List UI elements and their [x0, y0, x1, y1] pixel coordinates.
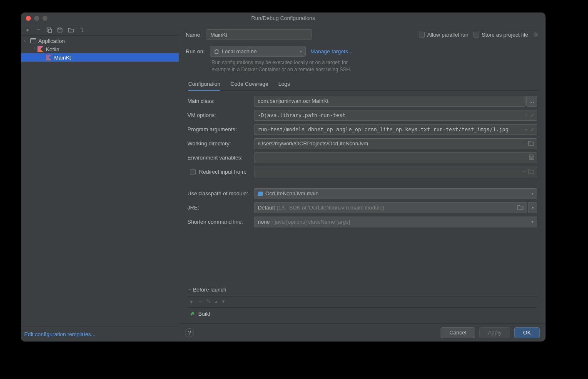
- browse-class-button[interactable]: …: [526, 96, 537, 107]
- add-icon[interactable]: ＋: [189, 298, 194, 306]
- insert-macro-icon: +: [523, 169, 526, 175]
- shorten-dropdown[interactable]: none - java [options] className [args] ▾: [254, 217, 537, 227]
- insert-macro-icon[interactable]: +: [523, 140, 526, 147]
- home-icon: [214, 48, 219, 54]
- remove-icon[interactable]: −: [199, 298, 202, 306]
- browse-folder-icon[interactable]: [528, 140, 534, 147]
- name-input[interactable]: [207, 29, 311, 40]
- run-on-value: Local machine: [222, 48, 257, 55]
- sidebar-footer: Edit configuration templates...: [21, 327, 179, 342]
- kotlin-icon: [37, 46, 44, 52]
- ok-button[interactable]: OK: [514, 327, 540, 338]
- svg-point-2: [535, 34, 537, 35]
- dialog-window: Run/Debug Configurations ＋ − ⇅ ›: [21, 12, 546, 342]
- run-on-dropdown[interactable]: Local machine ▾: [210, 46, 306, 57]
- gear-icon[interactable]: [533, 32, 539, 37]
- browse-folder-icon[interactable]: [517, 204, 523, 211]
- shorten-label: Shorten command line:: [187, 219, 250, 225]
- sidebar-toolbar: ＋ − ⇅: [21, 24, 179, 36]
- run-on-label: Run on:: [186, 48, 205, 55]
- working-dir-field[interactable]: /Users/mywork/OCRProjects/OcrLiteNcnnJvm…: [254, 138, 537, 149]
- classpath-label: Use classpath of module:: [187, 190, 250, 197]
- allow-parallel-checkbox[interactable]: Allow parallel run: [419, 32, 468, 38]
- main-panel: Name: Allow parallel run Store as projec…: [179, 24, 546, 342]
- jre-dropdown-button[interactable]: ▾: [528, 202, 537, 213]
- sort-icon[interactable]: ⇅: [78, 27, 85, 33]
- before-launch-list: Build: [187, 308, 537, 323]
- insert-macro-icon[interactable]: +: [525, 112, 528, 118]
- tab-coverage[interactable]: Code Coverage: [230, 78, 268, 90]
- store-project-label: Store as project file: [482, 32, 528, 38]
- apply-button: Apply: [479, 327, 511, 338]
- tab-bar: Configuration Code Coverage Logs: [186, 78, 539, 91]
- content-area: ＋ − ⇅ › Application: [21, 24, 546, 342]
- before-launch-section: › Before launch ＋ − ✎ ▴ ▾: [187, 283, 537, 323]
- config-tree: › Application › Kotlin MainKt: [21, 36, 179, 327]
- tree-label: Application: [38, 38, 65, 44]
- vm-options-field[interactable]: -Djava.library.path=run-test + ⤢: [254, 110, 537, 121]
- tree-node-application[interactable]: › Application: [21, 37, 179, 45]
- jre-field[interactable]: Default (13 - SDK of 'OcrLiteNcnnJvm.mai…: [254, 202, 527, 213]
- expand-icon[interactable]: ⤢: [530, 112, 534, 118]
- checkbox-icon: [419, 32, 425, 37]
- edit-icon[interactable]: ✎: [206, 298, 211, 306]
- close-window-button[interactable]: [26, 16, 31, 21]
- titlebar: Run/Debug Configurations: [21, 12, 546, 24]
- move-up-icon[interactable]: ▴: [215, 298, 218, 306]
- working-dir-label: Working directory:: [187, 140, 250, 147]
- tree-node-mainkt[interactable]: MainKt: [21, 53, 179, 62]
- maximize-window-button[interactable]: [42, 16, 47, 21]
- jre-label: JRE:: [187, 204, 250, 211]
- expand-icon[interactable]: ⤢: [530, 127, 534, 132]
- tree-label: Kotlin: [46, 46, 60, 52]
- application-icon: [30, 38, 37, 43]
- redirect-input-checkbox[interactable]: [190, 169, 196, 175]
- folder-icon[interactable]: [67, 27, 74, 33]
- list-icon[interactable]: [529, 155, 534, 161]
- module-icon: [258, 192, 263, 196]
- kotlin-icon: [46, 55, 52, 60]
- sidebar: ＋ − ⇅ › Application: [21, 24, 179, 342]
- dialog-footer: ? Cancel Apply OK: [179, 323, 546, 342]
- redirect-input-field: +: [254, 167, 537, 177]
- env-vars-label: Environment variables:: [187, 155, 250, 161]
- program-args-label: Program arguments:: [187, 126, 250, 132]
- tab-logs[interactable]: Logs: [278, 78, 290, 90]
- caret-down-icon: ▾: [531, 191, 533, 196]
- env-vars-field[interactable]: [254, 152, 537, 163]
- tab-configuration[interactable]: Configuration: [188, 78, 220, 91]
- move-down-icon[interactable]: ▾: [222, 298, 225, 306]
- main-class-label: Main class:: [187, 98, 250, 104]
- insert-macro-icon[interactable]: +: [525, 127, 528, 132]
- caret-down-icon: ▾: [531, 219, 533, 224]
- before-launch-toolbar: ＋ − ✎ ▴ ▾: [187, 296, 537, 308]
- chevron-down-icon: ›: [32, 47, 36, 51]
- store-project-checkbox[interactable]: Store as project file: [473, 32, 528, 38]
- window-controls: [21, 16, 47, 21]
- before-launch-header[interactable]: › Before launch: [187, 283, 537, 296]
- name-row: Name: Allow parallel run Store as projec…: [186, 29, 539, 40]
- browse-folder-icon: [528, 169, 534, 175]
- cancel-button[interactable]: Cancel: [441, 327, 475, 338]
- edit-templates-link[interactable]: Edit configuration templates...: [24, 331, 95, 337]
- help-button[interactable]: ?: [185, 328, 194, 337]
- caret-down-icon: ▾: [300, 49, 302, 54]
- classpath-dropdown[interactable]: OcrLiteNcnnJvm.main ▾: [254, 188, 537, 199]
- dialog-title: Run/Debug Configurations: [251, 15, 315, 21]
- minimize-window-button[interactable]: [34, 16, 39, 21]
- manage-targets-link[interactable]: Manage targets...: [311, 48, 353, 55]
- tree-node-kotlin[interactable]: › Kotlin: [21, 45, 179, 53]
- vm-options-label: VM options:: [187, 112, 250, 118]
- before-launch-item[interactable]: Build: [190, 310, 535, 317]
- name-label: Name:: [186, 32, 202, 38]
- copy-icon[interactable]: [46, 27, 52, 33]
- redirect-input-label: Redirect input from:: [199, 169, 246, 175]
- remove-icon[interactable]: −: [35, 27, 42, 33]
- chevron-right-icon: ›: [24, 39, 28, 43]
- save-icon[interactable]: [57, 27, 63, 33]
- program-args-field[interactable]: run-test/models dbnet_op angle_op crnn_l…: [254, 124, 537, 135]
- allow-parallel-label: Allow parallel run: [427, 32, 468, 38]
- add-icon[interactable]: ＋: [24, 27, 31, 33]
- svg-rect-1: [48, 29, 52, 32]
- main-class-field[interactable]: com.benjaminwan.ocr.MainKt: [254, 96, 526, 107]
